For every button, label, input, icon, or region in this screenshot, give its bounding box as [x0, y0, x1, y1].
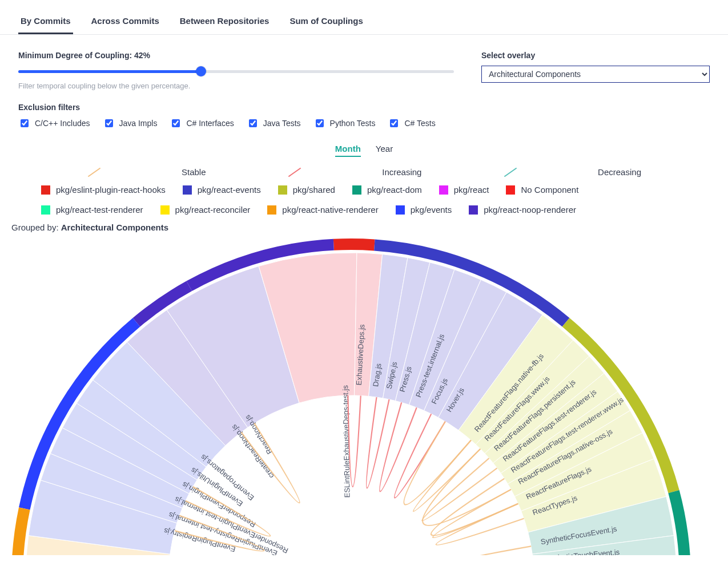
component-swatch [267, 205, 276, 215]
component-legend-label: pkg/events [411, 205, 452, 215]
component-legend-item[interactable]: pkg/eslint-plugin-react-hooks [41, 185, 166, 195]
component-swatch [183, 185, 192, 195]
chord-link[interactable] [441, 546, 533, 555]
chord-link[interactable] [422, 458, 497, 520]
grouped-by-prefix: Grouped by: [11, 223, 61, 232]
component-legend-label: pkg/react-events [198, 185, 261, 195]
check-csharp-interfaces-label: C# Interfaces [186, 119, 234, 128]
component-legend-item[interactable]: No Component [506, 185, 578, 195]
chord-link[interactable] [395, 414, 445, 498]
check-python-tests-input[interactable] [316, 119, 324, 127]
period-toggle: Month Year [18, 144, 710, 157]
component-legend-label: pkg/react-reconciler [175, 205, 251, 215]
check-java-tests-label: Java Tests [263, 119, 301, 128]
check-java-tests[interactable]: Java Tests [247, 118, 301, 129]
component-legend-label: No Component [521, 185, 578, 195]
component-legend-label: pkg/react-test-renderer [56, 205, 143, 215]
coupling-slider-thumb[interactable] [196, 66, 206, 76]
tab-across-commits[interactable]: Across Commits [89, 11, 162, 34]
check-csharp-tests[interactable]: C# Tests [388, 118, 435, 129]
trend-legend-increasing: Increasing [287, 167, 421, 177]
component-swatch [160, 205, 170, 215]
component-swatch [506, 185, 515, 195]
period-year[interactable]: Year [376, 144, 393, 157]
trend-legend-stable-label: Stable [182, 167, 206, 177]
tab-between-repositories[interactable]: Between Repositories [178, 11, 272, 34]
component-legend-label: pkg/react-noop-renderer [484, 205, 576, 215]
trend-swatch-decreasing [504, 167, 517, 177]
component-swatch [469, 205, 478, 215]
check-java-impls[interactable]: Java Impls [103, 118, 158, 129]
component-legend: pkg/eslint-plugin-react-hookspkg/react-e… [18, 185, 710, 215]
tabs-bar: By Commits Across Commits Between Reposi… [0, 11, 728, 35]
exclusion-filters-label: Exclusion filters [18, 103, 710, 112]
grouped-by-value: Architectural Components [61, 223, 168, 232]
component-swatch [278, 185, 287, 195]
chord-chart[interactable]: ReactFiberReconciler.jsReactFiber.jsReac… [0, 236, 702, 555]
check-c-cpp-includes-input[interactable] [21, 119, 29, 127]
component-swatch [396, 205, 405, 215]
check-csharp-interfaces[interactable]: C# Interfaces [170, 118, 234, 129]
overlay-select[interactable]: Architectural Components [481, 66, 710, 83]
component-legend-item[interactable]: pkg/events [396, 205, 452, 215]
coupling-slider-label: Minimum Degree of Coupling: 42% [18, 51, 454, 60]
trend-legend-decreasing-label: Decreasing [598, 167, 641, 177]
check-java-impls-label: Java Impls [119, 119, 158, 128]
component-swatch [41, 185, 50, 195]
component-legend-label: pkg/react-native-renderer [282, 205, 378, 215]
component-legend-item[interactable]: pkg/react-test-renderer [41, 205, 143, 215]
chord-link[interactable] [436, 504, 524, 545]
component-legend-item[interactable]: pkg/react-reconciler [160, 205, 251, 215]
check-csharp-tests-label: C# Tests [404, 119, 435, 128]
check-java-tests-input[interactable] [249, 119, 257, 127]
component-swatch [41, 205, 50, 215]
chord-link[interactable] [367, 397, 389, 488]
chord-link[interactable] [404, 422, 471, 505]
component-swatch [439, 185, 448, 195]
component-swatch [352, 185, 361, 195]
component-legend-label: pkg/react-dom [367, 185, 422, 195]
trend-legend-stable: Stable [87, 167, 206, 177]
check-csharp-interfaces-input[interactable] [172, 119, 180, 127]
trend-swatch-increasing [288, 167, 301, 177]
component-legend-label: pkg/react [454, 185, 489, 195]
trend-legend-increasing-label: Increasing [382, 167, 421, 177]
component-legend-label: pkg/eslint-plugin-react-hooks [56, 185, 166, 195]
grouped-by: Grouped by: Architectural Components [11, 223, 710, 232]
check-c-cpp-includes-label: C/C++ Includes [35, 119, 90, 128]
tab-sum-of-couplings[interactable]: Sum of Couplings [287, 11, 365, 34]
chord-file-label: ESLintRuleExhaustiveDeps-test.js [341, 385, 351, 498]
check-java-impls-input[interactable] [105, 119, 113, 127]
trend-legend-decreasing: Decreasing [503, 167, 641, 177]
component-legend-label: pkg/shared [293, 185, 335, 195]
component-legend-item[interactable]: pkg/shared [278, 185, 335, 195]
trend-legend: Stable Increasing Decreasing [18, 167, 710, 177]
check-python-tests[interactable]: Python Tests [313, 118, 376, 129]
check-python-tests-label: Python Tests [330, 119, 376, 128]
trend-swatch-stable [88, 167, 100, 177]
component-legend-item[interactable]: pkg/react-dom [352, 185, 422, 195]
coupling-slider[interactable] [18, 66, 454, 77]
component-legend-item[interactable]: pkg/react-events [183, 185, 261, 195]
exclusion-filters: C/C++ Includes Java Impls C# Interfaces … [18, 118, 710, 129]
tab-by-commits[interactable]: By Commits [18, 11, 73, 34]
check-csharp-tests-input[interactable] [390, 119, 398, 127]
component-legend-item[interactable]: pkg/react-noop-renderer [469, 205, 576, 215]
component-legend-item[interactable]: pkg/react-native-renderer [267, 205, 378, 215]
coupling-slider-help: Filter temporal coupling below the given… [18, 82, 454, 90]
period-month[interactable]: Month [335, 144, 361, 157]
check-c-cpp-includes[interactable]: C/C++ Includes [18, 118, 90, 129]
chord-outer-arc[interactable] [333, 238, 375, 250]
component-legend-item[interactable]: pkg/react [439, 185, 489, 195]
overlay-label: Select overlay [481, 51, 710, 60]
